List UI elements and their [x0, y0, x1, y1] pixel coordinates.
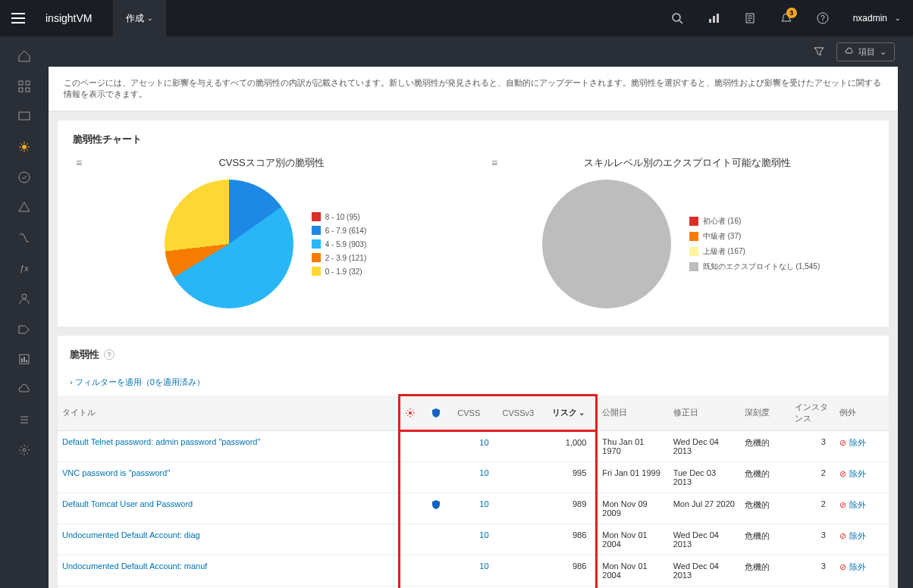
nav-user[interactable]: [9, 285, 39, 312]
vuln-title-link[interactable]: VNC password is "password": [58, 461, 399, 493]
vuln-title-link[interactable]: Undocumented Default Account: manuf: [58, 555, 399, 586]
legend-swatch: [312, 212, 321, 221]
exclude-link[interactable]: ⊘除外: [839, 437, 884, 449]
nav-cloud2[interactable]: [9, 376, 39, 403]
nav-compliance[interactable]: [9, 164, 39, 191]
cell-exploit-icon: [426, 461, 453, 493]
legend-item[interactable]: 上級者 (167): [689, 246, 820, 257]
help-small-icon[interactable]: ?: [104, 349, 115, 360]
legend-item[interactable]: 6 - 7.9 (614): [312, 226, 366, 235]
funnel-icon[interactable]: [811, 43, 827, 60]
col-cvss[interactable]: CVSS: [453, 396, 497, 431]
chart-legend: 8 - 10 (95)6 - 7.9 (614)4 - 5.9 (903)2 -…: [312, 212, 366, 276]
vuln-title-link[interactable]: Default Tomcat User and Password: [58, 493, 399, 524]
search-icon[interactable]: [659, 0, 695, 36]
svg-text:?: ?: [820, 14, 825, 23]
nav-monitor[interactable]: [9, 103, 39, 130]
cell-published: Mon Nov 01 2004: [597, 524, 669, 555]
cell-published: Mon Nov 09 2009: [597, 493, 669, 524]
col-risk[interactable]: リスク: [547, 396, 597, 431]
vuln-title-link[interactable]: Default Telnet password: admin password …: [58, 430, 399, 461]
nav-grid[interactable]: [9, 73, 39, 100]
items-button[interactable]: 項目 ⌄: [836, 42, 895, 61]
pie-chart: [165, 180, 293, 308]
legend-item[interactable]: 2 - 3.9 (121): [312, 253, 366, 262]
col-modified[interactable]: 修正日: [669, 396, 741, 431]
col-cvssv3[interactable]: CVSSv3: [498, 396, 547, 431]
col-severity[interactable]: 深刻度: [740, 396, 789, 431]
legend-item[interactable]: 中級者 (37): [689, 231, 820, 242]
svg-point-15: [22, 294, 27, 299]
legend-swatch: [312, 267, 321, 276]
col-instances[interactable]: インスタンス: [790, 396, 835, 431]
legend-swatch: [689, 217, 698, 226]
chart-title: スキルレベル別のエクスプロイト可能な脆弱性: [500, 156, 874, 170]
vulnerabilities-table-section: 脆弱性 ? › フィルターを適用（0を適用済み） タイトル CVSS: [58, 336, 889, 588]
user-menu[interactable]: nxadmin ⌄: [841, 13, 913, 23]
create-label: 作成: [126, 12, 144, 25]
help-icon[interactable]: ?: [805, 0, 841, 36]
exclude-link[interactable]: ⊘除外: [839, 499, 884, 511]
table-row: Default Tomcat User and Password10989Mon…: [58, 493, 889, 524]
brand-logo: insightVM: [36, 12, 113, 24]
legend-label: 6 - 7.9 (614): [325, 227, 366, 235]
dashboard-icon[interactable]: [695, 0, 732, 36]
user-name: nxadmin: [853, 13, 887, 23]
svg-point-12: [22, 145, 27, 149]
col-published[interactable]: 公開日: [597, 396, 669, 431]
cell-exclude: ⊘除外: [835, 430, 889, 461]
prohibit-icon: ⊘: [839, 469, 846, 479]
sidebar: ƒx: [0, 36, 49, 588]
filter-apply-link[interactable]: › フィルターを適用（0を適用済み）: [70, 377, 205, 386]
svg-point-13: [19, 172, 30, 183]
vuln-title-link[interactable]: Undocumented Default Account: diag: [58, 524, 399, 555]
svg-rect-7: [19, 81, 23, 85]
brand-prefix: insight: [45, 12, 76, 24]
nav-home[interactable]: [9, 42, 39, 70]
legend-label: 中級者 (37): [703, 231, 742, 242]
legend-item[interactable]: 8 - 10 (95): [312, 212, 366, 221]
cell-risk: 986: [547, 555, 597, 586]
exclude-link[interactable]: ⊘除外: [839, 530, 884, 542]
exclude-link[interactable]: ⊘除外: [839, 561, 884, 573]
nav-vulnerabilities[interactable]: [9, 133, 39, 161]
nav-settings[interactable]: [9, 436, 39, 464]
cell-exploit-icon: [426, 430, 453, 461]
cell-severity: 危機的: [740, 461, 789, 493]
chart-menu-icon[interactable]: ≡: [73, 154, 85, 172]
nav-flow[interactable]: [9, 224, 39, 252]
nav-list[interactable]: [9, 406, 39, 433]
cell-instances: 2: [790, 493, 835, 524]
col-malware-icon[interactable]: [399, 396, 426, 431]
document-icon[interactable]: [732, 0, 768, 36]
nav-math[interactable]: ƒx: [9, 255, 39, 282]
col-exceptions[interactable]: 例外: [835, 396, 889, 431]
svg-rect-9: [19, 88, 23, 92]
chart-section: 脆弱性チャート ≡CVSSスコア別の脆弱性8 - 10 (95)6 - 7.9 …: [58, 120, 889, 327]
chart-menu-icon[interactable]: ≡: [488, 154, 500, 172]
cell-malware: [399, 555, 426, 586]
create-button[interactable]: 作成 ⌄: [113, 0, 166, 36]
notifications-icon[interactable]: 3: [768, 0, 805, 36]
legend-label: 0 - 1.9 (32): [325, 267, 362, 276]
hamburger-menu[interactable]: [0, 0, 36, 36]
cell-severity: 危機的: [740, 430, 789, 461]
col-title[interactable]: タイトル: [58, 396, 399, 431]
legend-item[interactable]: 既知のエクスプロイトなし (1,545): [689, 261, 820, 272]
exclude-link[interactable]: ⊘除外: [839, 468, 884, 480]
cell-exploit-icon: [426, 493, 453, 524]
nav-report[interactable]: [9, 346, 39, 373]
legend-item[interactable]: 4 - 5.9 (903): [312, 239, 366, 249]
svg-point-20: [23, 449, 26, 452]
col-exploit-icon[interactable]: [426, 396, 453, 431]
legend-label: 2 - 3.9 (121): [325, 254, 366, 262]
legend-item[interactable]: 初心者 (16): [689, 216, 820, 227]
legend-label: 既知のエクスプロイトなし (1,545): [703, 261, 820, 272]
legend-item[interactable]: 0 - 1.9 (32): [312, 267, 366, 276]
table-title: 脆弱性: [70, 348, 99, 361]
chevron-down-icon: ⌄: [147, 14, 153, 22]
nav-tag[interactable]: [9, 315, 39, 342]
nav-cloud[interactable]: [9, 194, 39, 221]
cell-malware: [399, 461, 426, 493]
table-row: Undocumented Default Account: diag10986M…: [58, 524, 889, 555]
